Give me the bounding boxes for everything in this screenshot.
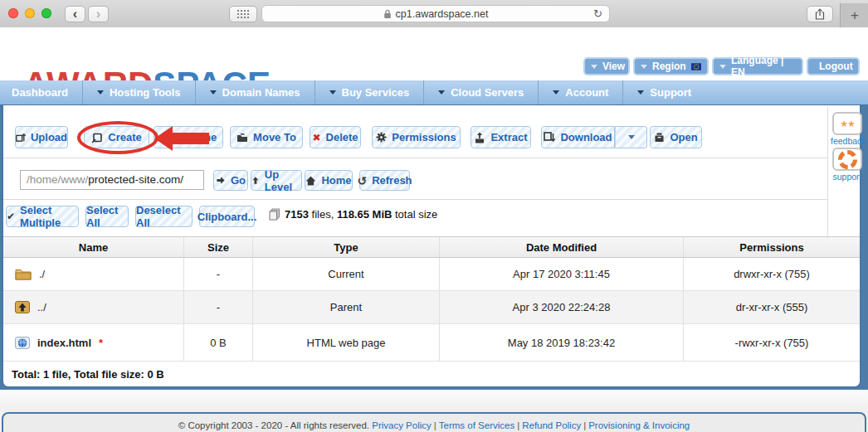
delete-button[interactable]: ✖ Delete [310, 126, 361, 148]
move-to-button[interactable]: Move To [230, 126, 303, 148]
parent-folder-icon [15, 301, 30, 313]
check-icon: ✔ [7, 211, 15, 221]
reload-icon[interactable]: ↻ [593, 7, 602, 20]
grid-icon [237, 9, 250, 19]
refund-policy-link[interactable]: Refund Policy [522, 420, 581, 430]
region-button-label: Region [652, 61, 686, 72]
rename-label: Rename [175, 131, 217, 143]
refresh-icon: ↺ [357, 176, 367, 186]
url-text: cp1.awardspace.net [396, 8, 489, 20]
view-button[interactable]: View [583, 57, 630, 75]
select-all-button[interactable]: Select All [85, 206, 129, 227]
logout-button-label: Logout [819, 61, 853, 72]
nav-label: Hosting Tools [110, 86, 181, 99]
file-count-summary: 7153 files, 118.65 MiB total size [269, 208, 437, 221]
separator: | [514, 420, 522, 430]
path-prefix: /home/www/ [27, 173, 88, 186]
support-widget[interactable]: support [831, 148, 864, 182]
tab-overview-button[interactable] [229, 6, 257, 22]
zoom-window-button[interactable] [41, 8, 51, 18]
up-level-button[interactable]: Up Level [251, 170, 302, 191]
go-label: Go [231, 174, 246, 187]
lock-icon [383, 9, 392, 19]
nav-label: Account [565, 86, 608, 99]
nav-item-support[interactable]: Support [623, 80, 705, 104]
file-manager-panel: Upload Create Rename Move To ✖ [2, 105, 861, 388]
region-button[interactable]: Region [633, 57, 709, 75]
delete-x-icon: ✖ [312, 133, 320, 143]
rename-button[interactable]: Rename [154, 126, 223, 148]
feedback-stars-icon[interactable]: ★★ [832, 112, 862, 135]
nav-label: Support [650, 86, 691, 99]
column-header-name[interactable]: Name [3, 237, 184, 257]
eu-flag-icon [691, 62, 701, 71]
browser-back-button[interactable]: ‹ [65, 6, 85, 22]
extract-button[interactable]: Extract [471, 126, 531, 148]
upload-button[interactable]: Upload [15, 126, 68, 148]
move-folder-icon [237, 133, 248, 143]
file-type: Parent [253, 291, 440, 323]
address-bar[interactable]: cp1.awardspace.net ↻ [261, 5, 610, 22]
life-ring-icon[interactable] [832, 148, 862, 171]
language-button-label: Language | EN [731, 55, 796, 78]
chevron-down-icon [591, 65, 597, 69]
nav-item-cloud-servers[interactable]: Cloud Servers [424, 80, 539, 104]
download-icon [544, 132, 555, 143]
browser-forward-button[interactable]: › [88, 6, 109, 22]
extract-icon [474, 132, 485, 143]
privacy-policy-link[interactable]: Privacy Policy [372, 420, 432, 430]
logout-button[interactable]: Logout [807, 57, 860, 75]
nav-item-domain-names[interactable]: Domain Names [196, 80, 315, 104]
nav-item-dashboard[interactable]: Dashboard [0, 80, 83, 104]
plus-icon: + [851, 7, 859, 24]
terms-of-services-link[interactable]: Terms of Services [439, 420, 514, 430]
download-button[interactable]: Download [541, 126, 615, 148]
view-button-label: View [602, 61, 625, 72]
file-name: ../ [37, 301, 46, 313]
download-dropdown-button[interactable] [615, 126, 647, 148]
home-label: Home [321, 174, 351, 187]
table-row-parent-dir[interactable]: ../ - Parent Apr 3 2020 22:24:28 dr-xr-x… [3, 291, 860, 324]
up-arrow-icon [251, 175, 260, 186]
open-button[interactable]: Open [650, 126, 702, 148]
column-header-type[interactable]: Type [253, 237, 440, 257]
file-permissions: drwxr-xr-x (755) [684, 258, 860, 290]
file-name: ./ [39, 268, 45, 280]
deselect-all-button[interactable]: Deselect All [135, 206, 193, 227]
chevron-down-icon [637, 90, 644, 95]
html-globe-icon [15, 337, 30, 349]
go-button[interactable]: Go [213, 170, 248, 191]
file-date: May 18 2019 18:23:42 [440, 324, 684, 361]
language-button[interactable]: Language | EN [712, 57, 803, 75]
rename-icon [160, 132, 170, 143]
forward-icon: › [96, 7, 100, 22]
provisioning-invoicing-link[interactable]: Provisioning & Invoicing [588, 420, 690, 430]
clipboard-button[interactable]: Clipboard... [199, 206, 255, 227]
permissions-button[interactable]: Permissions [372, 126, 461, 148]
nav-item-buy-services[interactable]: Buy Services [315, 80, 425, 104]
path-input[interactable]: /home/www/protected-site.com/ [20, 170, 204, 190]
table-row-current-dir[interactable]: ./ - Current Apr 17 2020 3:11:45 drwxr-x… [3, 258, 860, 291]
column-header-size[interactable]: Size [184, 237, 253, 257]
minimize-window-button[interactable] [25, 8, 35, 18]
home-button[interactable]: Home [305, 170, 353, 191]
close-window-button[interactable] [8, 8, 18, 18]
refresh-label: Refresh [372, 174, 412, 187]
copyright-text: © Copyright 2003 - 2020 - All rights res… [178, 420, 369, 430]
table-row-index-html[interactable]: index.html* 0 B HTML web page May 18 201… [3, 324, 860, 362]
nav-item-account[interactable]: Account [539, 80, 623, 104]
file-permissions: dr-xr-xr-x (555) [684, 291, 860, 323]
refresh-button[interactable]: ↺ Refresh [359, 170, 410, 191]
share-button[interactable] [807, 6, 833, 22]
nav-item-hosting-tools[interactable]: Hosting Tools [83, 80, 196, 104]
feedback-widget[interactable]: ★★ feedback [831, 112, 864, 146]
feedback-label: feedback [831, 136, 864, 146]
create-button[interactable]: Create [84, 126, 149, 148]
column-header-permissions[interactable]: Permissions [684, 237, 860, 257]
share-icon [815, 8, 825, 20]
column-header-date-modified[interactable]: Date Modified [440, 237, 684, 257]
new-tab-button[interactable]: + [840, 3, 868, 27]
chevron-down-icon [438, 90, 445, 95]
select-multiple-button[interactable]: ✔ Select Multiple [6, 206, 79, 227]
support-label: support [831, 172, 864, 182]
